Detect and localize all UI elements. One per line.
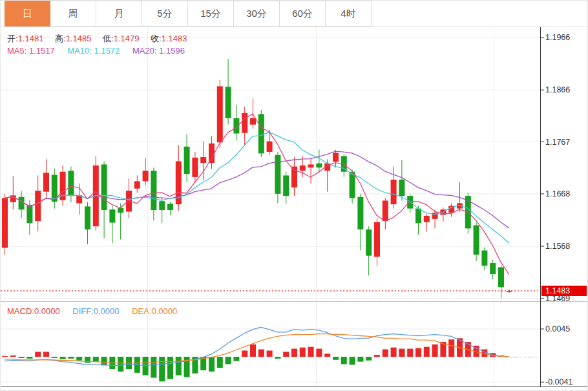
tab-day[interactable]: 日 xyxy=(5,1,50,26)
low-value: 1.1479 xyxy=(114,34,140,43)
high-label: 高: xyxy=(55,34,66,43)
candlestick-chart-canvas[interactable] xyxy=(1,1,588,391)
current-price-badge: 1.1483 xyxy=(541,286,587,296)
y-axis-label: 1.1668 xyxy=(545,189,570,198)
tab-4hour[interactable]: 4时 xyxy=(326,1,372,26)
dea-value: DEA:0.0000 xyxy=(132,306,177,316)
macd-y-axis-label: 0.0045 xyxy=(545,324,570,333)
y-axis-label: 1.1568 xyxy=(545,242,570,251)
tab-30min[interactable]: 30分 xyxy=(234,1,280,26)
diff-value: DIFF:0.0000 xyxy=(72,306,119,316)
tab-month[interactable]: 月 xyxy=(96,1,142,26)
y-axis-label: 1.1866 xyxy=(545,85,570,94)
ma-legend: MA5: 1.1517 MA10: 1.1572 MA20: 1.1596 xyxy=(7,46,185,56)
y-axis-label: 1.1966 xyxy=(545,33,570,42)
trading-app: { "toolbar": { "tabs": [ {"name":"day","… xyxy=(0,0,588,391)
tab-15min[interactable]: 15分 xyxy=(188,1,234,26)
y-axis-label: 1.1767 xyxy=(545,138,570,147)
macd-y-axis-label: -0.0041 xyxy=(545,377,572,386)
ohlc-legend: 开:1.1481 高:1.1485 低:1.1479 收:1.1483 xyxy=(7,33,196,45)
ma5-legend: MA5: 1.1517 xyxy=(7,46,55,56)
tab-week[interactable]: 周 xyxy=(50,1,96,26)
tab-5min[interactable]: 5分 xyxy=(142,1,188,26)
timeframe-toolbar: 日周月5分15分30分60分4时 xyxy=(1,1,588,27)
macd-legend: MACD:0.0000 DIFF:0.0000 DEA:0.0000 xyxy=(7,306,177,316)
ma10-legend: MA10: 1.1572 xyxy=(67,46,120,56)
tab-60min[interactable]: 60分 xyxy=(280,1,326,26)
ma20-legend: MA20: 1.1596 xyxy=(132,46,185,56)
high-value: 1.1485 xyxy=(66,34,92,43)
close-label: 收: xyxy=(151,34,162,43)
close-value: 1.1483 xyxy=(162,34,187,43)
macd-value: MACD:0.0000 xyxy=(7,306,60,316)
open-label: 开: xyxy=(7,34,18,43)
open-value: 1.1481 xyxy=(18,34,44,43)
low-label: 低: xyxy=(103,34,114,43)
